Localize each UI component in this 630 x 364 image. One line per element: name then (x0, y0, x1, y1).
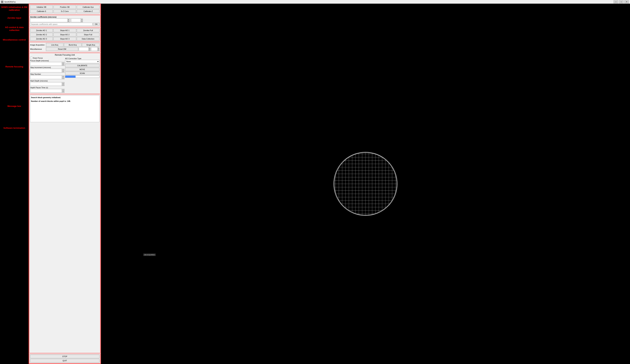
move-button[interactable]: MOVE (65, 68, 100, 71)
depth-pause-spinners: ▲ ▼ (62, 89, 64, 92)
step-num-down[interactable]: ▼ (62, 77, 64, 79)
position-sb-button[interactable]: Position SB (54, 5, 76, 9)
viz-panel: SB ACQUIRED (101, 4, 630, 364)
termination-section: STOP QUIT (29, 354, 100, 363)
slope-ao2-button[interactable]: Slope AO 2 (53, 33, 76, 36)
quit-button[interactable]: QUIT (30, 359, 100, 363)
ao-correction-select[interactable]: None (65, 60, 100, 63)
misc-value2-spinbox[interactable]: 10 ▲ ▼ (91, 47, 100, 51)
misc-section: Image Acquisition Live Acq Burst Acq Sin… (29, 42, 100, 52)
reset-dm-button[interactable]: Reset DM (46, 47, 78, 51)
zernike-index-input[interactable]: 1 (30, 19, 67, 22)
calibrate-button[interactable]: CALIBRATE (65, 64, 100, 67)
shws-label: SHWS initialisation & DM calibration (0, 4, 28, 14)
misc-value2-spinners: ▲ ▼ (97, 47, 100, 51)
zernike-coeff-spinbox[interactable]: 0.000 ▲ ▼ (71, 18, 83, 22)
step-increment-spinbox[interactable]: 0.0 ▲ ▼ (30, 69, 64, 72)
depth-pause-up[interactable]: ▲ (62, 89, 64, 91)
slope-ao3-button[interactable]: Slope AO 3 (53, 37, 76, 41)
depth-pause-input[interactable]: 0.0000 (30, 89, 62, 92)
scan-focus-row: Scan Focus (30, 57, 64, 59)
start-depth-spinners: ▲ ▼ (62, 82, 64, 86)
stop-button[interactable]: STOP (30, 355, 100, 358)
live-acq-button[interactable]: Live Acq (46, 43, 64, 47)
slope-ao1-button[interactable]: Slope AO 1 (53, 28, 76, 32)
misc-value1-input[interactable]: 40000 (79, 47, 88, 51)
zernike-index-down[interactable]: ▼ (68, 20, 70, 22)
calibrate-sys-button[interactable]: Calibrate-Sys (77, 5, 100, 9)
start-depth-label: Start Depth (microns) (30, 80, 64, 82)
step-number-label: Step Number (30, 73, 64, 75)
focus-depth-down[interactable]: ▼ (62, 64, 64, 66)
zernike-ao3-button[interactable]: Zernike AO 3 (30, 37, 53, 41)
zernike-coeff-down[interactable]: ▼ (81, 20, 83, 22)
misc-value2-input[interactable]: 10 (91, 47, 97, 51)
sz-conv-button[interactable]: S-Z Conv (54, 9, 76, 13)
focus-depth-input[interactable]: 0.0 (30, 62, 62, 66)
start-depth-down[interactable]: ▼ (62, 84, 64, 86)
step-increment-input[interactable]: 0.0 (30, 69, 62, 72)
step-num-up[interactable]: ▲ (62, 76, 64, 77)
shws-display (334, 152, 398, 216)
zernike-coeff-up[interactable]: ▲ (81, 19, 83, 20)
zernike-index-row: 1 ▲ ▼ 0.000 ▲ ▼ (30, 18, 100, 22)
step-inc-up[interactable]: ▲ (62, 69, 64, 71)
misc-v2-up[interactable]: ▲ (98, 47, 100, 49)
zernike-coeffs-input[interactable] (30, 23, 92, 26)
zernike-ao1-button[interactable]: Zernike AO 1 (30, 28, 53, 32)
maximize-button[interactable]: □ (619, 0, 624, 3)
depth-pause-down[interactable]: ▼ (62, 91, 64, 92)
initialise-sb-button[interactable]: Initialise SB (30, 5, 53, 9)
step-number-spinbox[interactable]: 0 ▲ ▼ (30, 75, 64, 79)
zernike-ok-button[interactable]: OK (93, 23, 100, 26)
zernike-coeffs-row: OK (30, 23, 100, 26)
focus-depth-spinners: ▲ ▼ (62, 62, 64, 66)
zernike-full-button[interactable]: Zernike Full (77, 28, 100, 32)
misc-value1-spinbox[interactable]: 40000 ▲ ▼ (79, 47, 90, 51)
ao-control-section: Zernike AO 1 Slope AO 1 Zernike Full Zer… (29, 28, 100, 41)
step-inc-down[interactable]: ▼ (62, 71, 64, 72)
step-increment-label: Step Increment (microns) (30, 66, 64, 68)
remote-left-col: Scan Focus Focus Depth (microns) 0.0 ▲ ▼… (30, 57, 64, 93)
data-collection-button[interactable]: Data Collection (77, 37, 100, 41)
start-depth-input[interactable]: 0.0 (30, 82, 62, 86)
misc-v1-up[interactable]: ▲ (88, 47, 91, 49)
minimize-button[interactable]: — (614, 0, 618, 3)
scan-button[interactable]: SCAN (65, 72, 100, 75)
misc-v2-down[interactable]: ▼ (98, 49, 100, 51)
misc-v1-down[interactable]: ▼ (88, 49, 91, 51)
zernike-header: Zernike coefficients (microns) (30, 16, 100, 18)
depth-pause-spinbox[interactable]: 0.0000 ▲ ▼ (30, 89, 64, 93)
scan-focus-checkbox[interactable] (30, 57, 32, 59)
message-box: Search block geometry initialised. Numbe… (30, 95, 100, 122)
zernike-index-up[interactable]: ▲ (68, 19, 70, 20)
remote-title: Remote Focusing Unit (30, 54, 100, 56)
step-number-input[interactable]: 0 (30, 76, 62, 79)
zernike-index-spinbox[interactable]: 1 ▲ ▼ (30, 18, 70, 22)
focus-depth-spinbox[interactable]: 0.0 ▲ ▼ (30, 62, 64, 66)
zernike-ao2-button[interactable]: Zernike AO 2 (30, 33, 53, 36)
slope-full-button[interactable]: Slope Full (77, 33, 100, 36)
calibrate-z-button[interactable]: Calibrate-Z (77, 9, 100, 13)
zernike-label: Zernike input (0, 14, 28, 22)
remote-label: Remote focusing (0, 44, 28, 89)
ao-buttons-grid: Zernike AO 1 Slope AO 1 Zernike Full Zer… (30, 28, 100, 41)
single-acq-button[interactable]: Single Acq (82, 43, 100, 47)
start-depth-spinbox[interactable]: 0.0 ▲ ▼ (30, 82, 64, 86)
misc-ctrl-label: Miscellaneous (30, 48, 45, 50)
burst-acq-button[interactable]: Burst Acq (64, 43, 82, 47)
main-panel: Initialise SB Position SB Calibrate-Sys … (28, 4, 101, 364)
zernike-index-spinners: ▲ ▼ (67, 19, 70, 22)
step-number-spinners: ▲ ▼ (62, 76, 64, 79)
focus-depth-up[interactable]: ▲ (62, 62, 64, 64)
message-line2: Number of search blocks within pupil is:… (31, 100, 98, 103)
app-icon (1, 1, 3, 3)
scan-progress-bar (65, 75, 100, 78)
start-depth-up[interactable]: ▲ (62, 82, 64, 84)
shws-circle (334, 152, 398, 216)
calibrate-s-button[interactable]: Calibrate-S (30, 9, 53, 13)
close-button[interactable]: ✕ (624, 0, 629, 3)
shws-section: Initialise SB Position SB Calibrate-Sys … (29, 4, 100, 14)
zernike-coeff-input[interactable]: 0.000 (71, 19, 80, 22)
message-label: Message box (0, 89, 28, 123)
